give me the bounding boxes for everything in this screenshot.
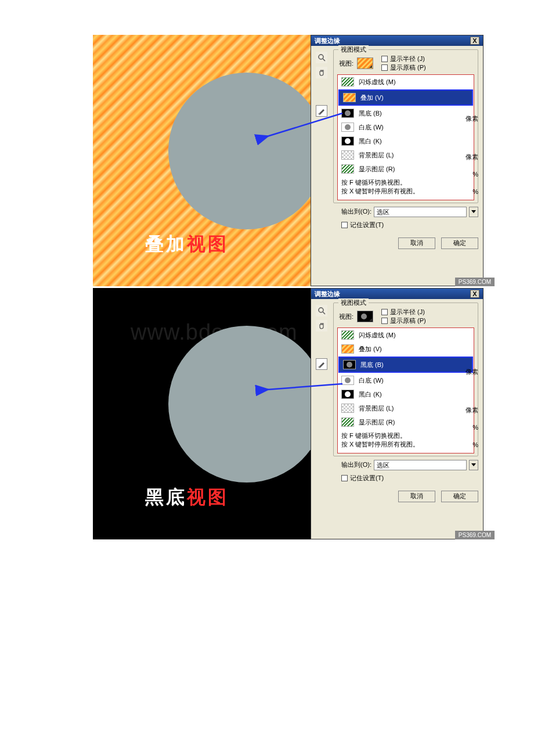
view-mode-dropdown[interactable]: 闪烁虚线 (M)叠加 (V)黑底 (B)白底 (W)黑白 (K)背景图层 (L)… [337,74,474,200]
view-mode-label: 黑底 (B) [359,109,382,118]
view-mode-label: 闪烁虚线 (M) [359,78,396,87]
view-mode-item[interactable]: 闪烁虚线 (M) [338,328,474,342]
selection-circle [168,326,311,483]
checkbox-label: 显示半径 (J) [390,55,425,63]
view-mode-item[interactable]: 闪烁虚线 (M) [338,75,474,89]
checkbox-label: 显示半径 (J) [390,308,425,316]
right-unit-labels: 像素像素%% [455,363,478,471]
cancel-button[interactable]: 取消 [398,237,435,249]
unit-label [455,127,478,148]
hint-line: 按 X 键暂时停用所有视图。 [341,440,470,449]
checkbox-box[interactable] [381,318,388,324]
view-mode-item[interactable]: 叠加 (V) [338,89,473,106]
output-select[interactable]: 选区 [374,460,467,470]
canvas-preview: 叠加视图 [93,35,311,286]
view-mode-item[interactable]: 黑底 (B) [338,106,474,120]
view-mode-thumb [341,136,354,146]
view-mode-thumb [341,330,354,340]
view-mode-item[interactable]: 背景图层 (L) [338,148,474,162]
view-mode-hint: 按 F 键循环切换视图。按 X 键暂时停用所有视图。 [338,429,474,453]
right-unit-labels: 像素像素%% [455,110,478,218]
view-swatch-button[interactable] [357,57,373,69]
dialog-body: 视图模式视图:显示半径 (J)显示原稿 (P)闪烁虚线 (M)叠加 (V)黑底 … [311,46,483,235]
checkbox-box[interactable] [381,56,388,62]
checkbox-label: 记住设置(T) [350,474,384,483]
zoom-icon[interactable] [316,305,327,316]
close-button[interactable]: X [470,37,479,45]
view-mode-item[interactable]: 黑白 (K) [338,387,474,401]
dialog-button-row: 取消确定 [311,488,483,505]
view-checkboxes: 显示半径 (J)显示原稿 (P) [381,55,426,72]
view-mode-dropdown[interactable]: 闪烁虚线 (M)叠加 (V)黑底 (B)白底 (W)黑白 (K)背景图层 (L)… [337,327,474,453]
view-mode-thumb [341,123,354,132]
view-mode-thumb [341,77,354,87]
checkbox-label: 显示原稿 (P) [390,63,426,72]
unit-label [455,380,478,401]
cancel-button[interactable]: 取消 [398,491,435,502]
checkbox-box[interactable] [381,309,388,315]
view-label: 视图: [337,312,353,321]
view-mode-item[interactable]: 白底 (W) [338,120,474,134]
view-mode-thumb [341,109,354,118]
view-mode-item[interactable]: 黑白 (K) [338,134,474,148]
ok-button[interactable]: 确定 [441,491,478,502]
svg-point-7 [319,366,320,368]
ok-button[interactable]: 确定 [441,237,478,249]
svg-line-2 [323,59,325,61]
remember-settings-checkbox[interactable]: 记住设置(T) [341,221,478,229]
caption-part-b: 视图 [187,233,229,254]
view-mode-item[interactable]: 背景图层 (L) [338,401,474,415]
show-radius-checkbox[interactable]: 显示半径 (J) [381,55,426,63]
dropdown-indicator-icon [369,62,372,68]
checkbox-box[interactable] [341,475,348,481]
view-mode-label: 白底 (W) [359,376,384,385]
dialog-title: 调整边缘 [315,290,340,298]
view-mode-item[interactable]: 显示图层 (R) [338,162,474,176]
group-title: 视图模式 [338,45,369,54]
view-mode-item[interactable]: 白底 (W) [338,373,474,387]
dialog-titlebar[interactable]: 调整边缘X [311,289,483,299]
show-original-checkbox[interactable]: 显示原稿 (P) [381,63,426,72]
show-original-checkbox[interactable]: 显示原稿 (P) [381,316,426,325]
show-radius-checkbox[interactable]: 显示半径 (J) [381,308,426,316]
tool-column [316,305,329,373]
dialog-titlebar[interactable]: 调整边缘X [311,35,483,46]
view-mode-label: 白底 (W) [359,123,384,132]
refine-edge-dialog: 调整边缘X视图模式视图:显示半径 (J)显示原稿 (P)闪烁虚线 (M)叠加 (… [311,288,484,539]
unit-label: % [455,419,478,436]
view-mode-item[interactable]: 显示图层 (R) [338,415,474,429]
close-button[interactable]: X [470,290,479,298]
checkbox-box[interactable] [341,222,348,228]
dialog-button-row: 取消确定 [311,235,483,251]
hand-icon[interactable] [316,320,327,332]
unit-label: 像素 [455,363,478,380]
hand-icon[interactable] [316,67,327,78]
view-mode-label: 叠加 (V) [359,345,382,354]
unit-label: 像素 [455,401,478,419]
refine-brush-icon[interactable] [316,358,327,370]
screenshot-1: www.bdocx.com黑底视图调整边缘X视图模式视图:显示半径 (J)显示原… [93,288,495,539]
view-mode-thumb [341,344,354,354]
unit-label [455,453,478,471]
caption-part-b: 视图 [187,487,229,507]
view-mode-item[interactable]: 黑底 (B) [338,357,473,373]
canvas-caption: 黑底视图 [145,485,229,510]
caption-part-a: 叠加 [145,233,187,254]
remember-settings-checkbox[interactable]: 记住设置(T) [341,474,478,483]
refine-brush-icon[interactable] [316,105,327,117]
view-mode-item[interactable]: 叠加 (V) [338,342,474,356]
view-mode-label: 背景图层 (L) [359,151,394,160]
checkbox-box[interactable] [381,64,388,71]
output-select[interactable]: 选区 [374,207,467,217]
unit-label: % [455,165,478,183]
view-mode-label: 黑白 (K) [359,390,382,399]
view-swatch-button[interactable] [357,311,373,322]
view-mode-label: 闪烁虚线 (M) [359,331,396,340]
view-mode-thumb [341,390,354,399]
view-mode-hint: 按 F 键循环切换视图。按 X 键暂时停用所有视图。 [338,176,474,200]
zoom-icon[interactable] [316,52,327,63]
view-label: 视图: [337,59,353,68]
checkbox-label: 记住设置(T) [350,221,384,229]
view-mode-label: 叠加 (V) [360,93,384,102]
caption-part-a: 黑底 [145,487,187,507]
